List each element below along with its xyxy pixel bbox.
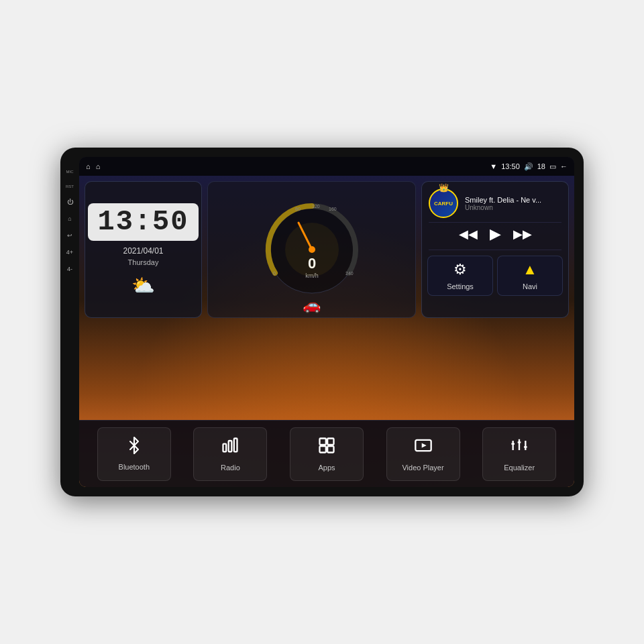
svg-rect-12 [229, 441, 232, 451]
music-artist: Unknown [465, 204, 561, 211]
apps-button[interactable]: Apps [290, 427, 364, 481]
home-icon[interactable]: ⌂ [86, 162, 91, 170]
speedometer-widget: 0 km/h 0 80 120 160 240 🚗 [207, 181, 416, 318]
back-icon[interactable]: ← [560, 162, 568, 170]
clock-display: 13:50 [88, 203, 198, 241]
music-logo: CARFU [429, 189, 458, 218]
navi-icon: ▲ [523, 261, 537, 278]
home2-icon[interactable]: ⌂ [96, 162, 101, 170]
svg-text:160: 160 [329, 207, 337, 211]
mic-label: MIC [65, 168, 75, 176]
svg-text:120: 120 [312, 204, 320, 209]
music-controls: ◀◀ ▶ ▶▶ [422, 223, 568, 250]
bluetooth-button[interactable]: Bluetooth [97, 427, 171, 481]
clock-widget: 13:50 2021/04/01 Thursday ⛅ [85, 181, 202, 318]
car-icon: 🚗 [303, 297, 321, 314]
svg-rect-16 [319, 446, 325, 452]
bluetooth-icon [125, 437, 143, 459]
settings-icon: ⚙ [453, 261, 467, 278]
vol-up-button[interactable]: 4+ [65, 248, 74, 258]
clock-date: 2021/04/01 [123, 246, 163, 256]
video-button[interactable]: Video Player [386, 427, 460, 481]
bluetooth-label: Bluetooth [119, 463, 150, 471]
music-title: Smiley ft. Delia - Ne v... [465, 196, 561, 204]
music-widget: CARFU Smiley ft. Delia - Ne v... Unknown… [421, 181, 569, 318]
music-top: CARFU Smiley ft. Delia - Ne v... Unknown [422, 182, 568, 222]
status-bar-right: ▼ 13:50 🔊 18 ▭ ← [490, 162, 568, 171]
video-icon [414, 436, 433, 460]
rst-button[interactable]: RST [64, 182, 75, 191]
svg-rect-17 [327, 446, 333, 452]
bottom-bar: Bluetooth Radio [79, 420, 574, 487]
weather-icon: ⛅ [131, 274, 155, 297]
equalizer-button[interactable]: Equalizer [482, 427, 556, 481]
svg-rect-14 [319, 439, 325, 445]
settings-label: Settings [447, 282, 474, 290]
back-side-button[interactable]: ↩ [66, 231, 74, 241]
volume-level: 18 [537, 162, 545, 170]
clock-day: Thursday [128, 258, 159, 266]
svg-rect-11 [223, 444, 227, 452]
road-scene: 🚗 [208, 264, 415, 317]
wifi-icon: ▼ [490, 162, 497, 170]
widgets-row: 13:50 2021/04/01 Thursday ⛅ [79, 176, 574, 323]
prev-button[interactable]: ◀◀ [459, 227, 478, 241]
svg-marker-19 [421, 443, 426, 448]
svg-text:80: 80 [295, 207, 301, 211]
side-buttons: MIC RST ⏻ ⌂ ↩ 4+ 4- [60, 148, 79, 496]
play-button[interactable]: ▶ [490, 225, 501, 243]
vol-down-button[interactable]: 4- [66, 264, 74, 274]
volume-icon: 🔊 [524, 162, 533, 171]
main-content: 13:50 2021/04/01 Thursday ⛅ [79, 176, 574, 487]
radio-button[interactable]: Radio [193, 427, 267, 481]
navi-button[interactable]: ▲ Navi [497, 256, 563, 296]
equalizer-icon [510, 436, 529, 460]
power-button[interactable]: ⏻ [66, 197, 74, 207]
radio-icon [221, 436, 239, 460]
equalizer-label: Equalizer [504, 464, 535, 472]
battery-icon: ▭ [549, 162, 556, 171]
svg-rect-13 [234, 439, 237, 452]
settings-navi-row: ⚙ Settings ▲ Navi [422, 250, 568, 317]
video-label: Video Player [402, 464, 443, 472]
status-bar: ⌂ ⌂ ▼ 13:50 🔊 18 ▭ ← [79, 157, 574, 176]
navi-label: Navi [523, 282, 537, 290]
music-info: Smiley ft. Delia - Ne v... Unknown [465, 196, 561, 211]
status-time: 13:50 [501, 162, 520, 170]
home-side-button[interactable]: ⌂ [66, 214, 72, 224]
screen: ⌂ ⌂ ▼ 13:50 🔊 18 ▭ ← 13:50 [79, 157, 574, 487]
apps-label: Apps [318, 464, 335, 472]
music-logo-text: CARFU [434, 201, 453, 207]
status-bar-left: ⌂ ⌂ [86, 162, 100, 170]
next-button[interactable]: ▶▶ [513, 227, 532, 241]
clock-time: 13:50 [97, 206, 189, 238]
apps-icon [317, 436, 336, 460]
settings-button[interactable]: ⚙ Settings [427, 256, 493, 296]
radio-label: Radio [221, 464, 240, 472]
car-head-unit: MIC RST ⏻ ⌂ ↩ 4+ 4- ⌂ ⌂ ▼ 13:50 🔊 18 ▭ ← [60, 148, 584, 496]
svg-rect-15 [327, 439, 333, 445]
